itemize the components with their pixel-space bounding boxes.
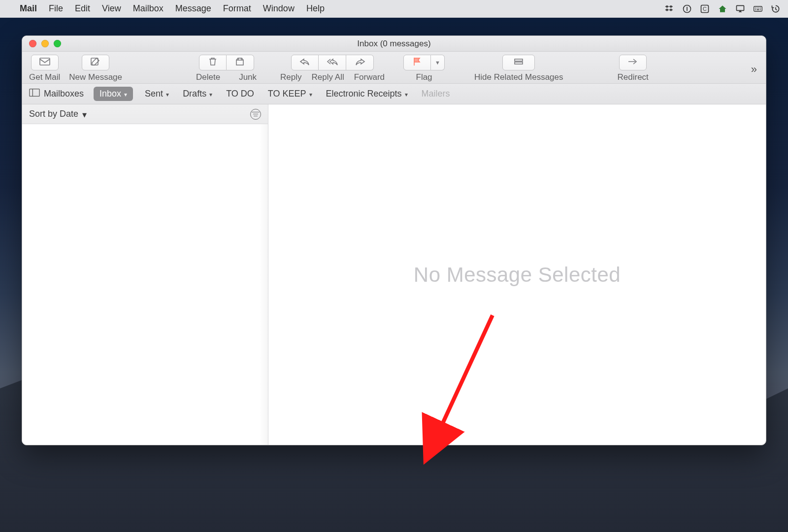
svg-rect-10 bbox=[755, 9, 756, 10]
chevron-down-icon: ▾ bbox=[209, 91, 212, 98]
timemachine-status-icon[interactable] bbox=[770, 3, 781, 14]
svg-rect-12 bbox=[760, 9, 761, 10]
sidebar-icon bbox=[29, 88, 40, 100]
svg-rect-15 bbox=[236, 60, 243, 65]
menu-file[interactable]: File bbox=[43, 3, 69, 14]
forward-button[interactable] bbox=[346, 55, 374, 70]
filter-button[interactable] bbox=[250, 109, 261, 120]
menu-mailbox[interactable]: Mailbox bbox=[127, 3, 169, 14]
message-list-column: Sort by Date ▾ bbox=[22, 104, 268, 445]
airplay-status-icon[interactable] bbox=[735, 3, 746, 14]
chevron-down-icon: ▾ bbox=[82, 109, 87, 120]
favorites-bar: Mailboxes Inbox▾ Sent▾ Drafts▾ TO DO TO … bbox=[22, 84, 766, 104]
envelope-icon bbox=[39, 57, 51, 68]
chevron-down-icon: ▾ bbox=[124, 91, 127, 98]
svg-rect-13 bbox=[40, 58, 50, 65]
dropbox-status-icon[interactable] bbox=[664, 3, 675, 14]
favorite-tokeep-label: TO KEEP bbox=[268, 89, 306, 99]
flag-label: Flag bbox=[416, 72, 432, 82]
svg-rect-16 bbox=[515, 59, 523, 61]
c-status-icon[interactable]: C bbox=[699, 3, 710, 14]
mailboxes-label: Mailboxes bbox=[44, 89, 84, 99]
favorite-todo-label: TO DO bbox=[226, 89, 254, 99]
favorite-receipts[interactable]: Electronic Receipts▾ bbox=[324, 87, 410, 101]
chevron-down-icon: ▼ bbox=[435, 60, 440, 66]
menu-view[interactable]: View bbox=[96, 3, 127, 14]
new-message-label: New Message bbox=[69, 72, 122, 82]
favorite-sent[interactable]: Sent▾ bbox=[143, 87, 171, 101]
sort-button[interactable]: Sort by Date ▾ bbox=[29, 109, 87, 120]
new-message-button[interactable] bbox=[82, 55, 109, 70]
mail-window: Inbox (0 messages) Get Mail New Message bbox=[22, 35, 766, 445]
hide-related-label: Hide Related Messages bbox=[474, 72, 563, 82]
toolbar: Get Mail New Message Delete bbox=[22, 52, 766, 84]
trash-icon bbox=[207, 57, 219, 68]
reply-all-label: Reply All bbox=[307, 72, 349, 82]
chevron-down-icon: ▾ bbox=[309, 91, 312, 98]
chevron-down-icon: ▾ bbox=[405, 91, 408, 98]
redirect-button[interactable] bbox=[619, 55, 647, 70]
svg-text:C: C bbox=[703, 6, 707, 12]
menu-help[interactable]: Help bbox=[300, 3, 330, 14]
favorite-drafts-label: Drafts bbox=[183, 89, 206, 99]
window-titlebar[interactable]: Inbox (0 messages) bbox=[22, 36, 766, 52]
svg-rect-7 bbox=[757, 7, 758, 8]
redirect-label: Redirect bbox=[618, 72, 649, 82]
flag-icon bbox=[411, 57, 423, 68]
no-selection-placeholder: No Message Selected bbox=[414, 263, 621, 287]
onepassword-status-icon[interactable] bbox=[682, 3, 692, 14]
menu-format[interactable]: Format bbox=[217, 3, 257, 14]
favorite-drafts[interactable]: Drafts▾ bbox=[181, 87, 214, 101]
favorite-receipts-label: Electronic Receipts bbox=[326, 89, 402, 99]
menu-message[interactable]: Message bbox=[169, 3, 217, 14]
favorite-mailers-label: Mailers bbox=[422, 89, 450, 99]
message-viewer: No Message Selected bbox=[268, 104, 766, 445]
message-list-empty bbox=[22, 124, 268, 445]
svg-rect-18 bbox=[30, 89, 39, 97]
favorite-inbox[interactable]: Inbox▾ bbox=[94, 87, 133, 101]
delete-button[interactable] bbox=[199, 55, 227, 70]
reply-label: Reply bbox=[275, 72, 306, 82]
flag-menu-button[interactable]: ▼ bbox=[431, 55, 445, 70]
svg-rect-9 bbox=[760, 7, 761, 8]
menu-edit[interactable]: Edit bbox=[69, 3, 96, 14]
get-mail-label: Get Mail bbox=[29, 72, 60, 82]
flag-button[interactable] bbox=[403, 55, 431, 70]
favorite-todo[interactable]: TO DO bbox=[224, 87, 256, 101]
hide-related-button[interactable] bbox=[502, 55, 535, 70]
svg-rect-1 bbox=[687, 6, 688, 10]
sort-bar: Sort by Date ▾ bbox=[22, 104, 268, 124]
reply-all-icon bbox=[327, 57, 338, 68]
svg-rect-17 bbox=[515, 62, 523, 64]
keyboard-status-icon[interactable] bbox=[753, 3, 763, 14]
content-area: Sort by Date ▾ No Message Selected bbox=[22, 104, 766, 445]
svg-rect-6 bbox=[755, 7, 756, 8]
svg-rect-8 bbox=[758, 7, 759, 8]
delete-label: Delete bbox=[191, 72, 225, 82]
chevron-down-icon: ▾ bbox=[166, 91, 169, 98]
toolbar-overflow-button[interactable]: » bbox=[747, 61, 759, 76]
forward-icon bbox=[354, 57, 366, 68]
svg-rect-11 bbox=[757, 9, 759, 10]
menu-window[interactable]: Window bbox=[257, 3, 300, 14]
forward-label: Forward bbox=[349, 72, 390, 82]
get-mail-button[interactable] bbox=[31, 55, 59, 70]
favorite-sent-label: Sent bbox=[145, 89, 163, 99]
favorite-tokeep[interactable]: TO KEEP▾ bbox=[266, 87, 314, 101]
mailboxes-toggle[interactable]: Mailboxes bbox=[29, 88, 84, 100]
filter-icon bbox=[253, 114, 258, 115]
reply-icon bbox=[299, 57, 311, 68]
window-title: Inbox (0 messages) bbox=[22, 39, 766, 49]
junk-icon bbox=[234, 57, 246, 68]
sort-label: Sort by Date bbox=[29, 109, 78, 119]
junk-button[interactable] bbox=[227, 55, 254, 70]
svg-rect-4 bbox=[737, 5, 744, 10]
reply-all-button[interactable] bbox=[319, 55, 346, 70]
home-status-icon[interactable] bbox=[717, 3, 728, 14]
favorite-mailers[interactable]: Mailers bbox=[420, 87, 452, 101]
macos-menubar: Mail File Edit View Mailbox Message Form… bbox=[0, 0, 788, 18]
favorite-inbox-label: Inbox bbox=[99, 89, 121, 99]
redirect-icon bbox=[627, 57, 639, 68]
app-menu[interactable]: Mail bbox=[14, 3, 43, 14]
reply-button[interactable] bbox=[291, 55, 319, 70]
